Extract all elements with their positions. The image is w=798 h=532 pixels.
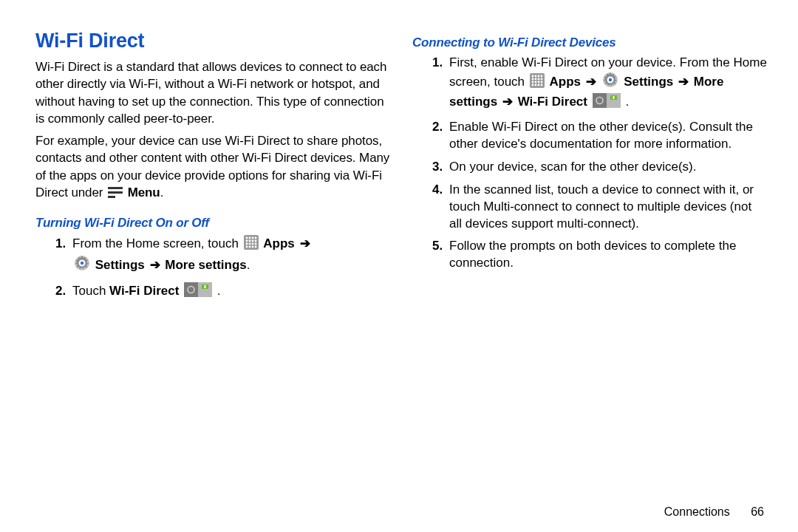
step-b2: Enable Wi-Fi Direct on the other device(… — [446, 119, 767, 153]
toggle-icon — [593, 93, 621, 113]
svg-rect-3 — [244, 235, 259, 250]
svg-rect-0 — [108, 187, 123, 189]
svg-rect-23 — [184, 282, 198, 297]
svg-point-34 — [534, 78, 536, 81]
svg-point-19 — [254, 245, 256, 248]
svg-point-30 — [534, 75, 536, 78]
step-a1: From the Home screen, touch — [69, 235, 390, 276]
svg-point-38 — [534, 81, 536, 83]
svg-point-42 — [534, 84, 536, 86]
svg-point-40 — [540, 81, 542, 83]
two-column-layout: Wi-Fi Direct Wi-Fi Direct is a standard … — [35, 28, 767, 498]
svg-point-39 — [537, 81, 539, 83]
svg-rect-1 — [108, 191, 123, 194]
connecting-steps: First, enable Wi-Fi Direct on your devic… — [412, 55, 767, 272]
svg-point-6 — [251, 236, 253, 239]
step-b5: Follow the prompts on both devices to co… — [446, 238, 767, 272]
svg-point-47 — [609, 78, 612, 81]
svg-point-32 — [540, 75, 542, 78]
svg-point-43 — [537, 84, 539, 86]
svg-point-5 — [248, 236, 250, 239]
step-b3: On your device, scan for the other devic… — [446, 159, 767, 176]
svg-rect-48 — [593, 93, 607, 108]
svg-point-29 — [531, 75, 533, 78]
left-column: Wi-Fi Direct Wi-Fi Direct is a standard … — [35, 28, 390, 498]
svg-point-16 — [245, 245, 248, 248]
svg-point-12 — [245, 242, 248, 245]
menu-icon — [108, 186, 123, 203]
right-column: Connecting to Wi-Fi Direct Devices First… — [412, 28, 767, 498]
toggle-icon — [184, 282, 212, 302]
intro-paragraph-1: Wi-Fi Direct is a standard that allows d… — [35, 58, 390, 128]
settings-icon — [602, 72, 618, 93]
arrow-icon: ➔ — [150, 257, 160, 274]
svg-rect-27 — [205, 285, 206, 288]
svg-point-41 — [531, 84, 533, 86]
page-footer: Connections 66 — [35, 498, 767, 519]
step-b4: In the scanned list, touch a device to c… — [446, 182, 767, 233]
svg-point-22 — [81, 261, 83, 264]
svg-point-17 — [248, 245, 250, 248]
apps-icon — [244, 235, 259, 255]
svg-point-18 — [251, 245, 253, 248]
svg-point-4 — [245, 236, 248, 239]
settings-icon — [74, 255, 90, 276]
svg-rect-52 — [613, 96, 614, 99]
a2-text: Touch — [72, 284, 109, 298]
manual-page: Wi-Fi Direct Wi-Fi Direct is a standard … — [0, 0, 798, 532]
apps-label: Apps — [550, 75, 582, 89]
turning-steps: From the Home screen, touch — [35, 235, 390, 302]
subhead-connecting: Connecting to Wi-Fi Direct Devices — [412, 35, 767, 50]
svg-point-14 — [251, 242, 253, 245]
svg-point-37 — [531, 81, 533, 83]
arrow-icon: ➔ — [502, 94, 513, 111]
svg-point-13 — [248, 242, 250, 245]
step-a2: Touch Wi-Fi Direct . — [69, 282, 390, 302]
menu-label: Menu — [128, 185, 160, 200]
svg-rect-28 — [530, 73, 545, 88]
step-b1: First, enable Wi-Fi Direct on your devic… — [446, 55, 767, 113]
page-title: Wi-Fi Direct — [35, 30, 390, 52]
svg-point-33 — [531, 78, 533, 81]
subhead-turning: Turning Wi-Fi Direct On or Off — [35, 216, 390, 231]
svg-point-8 — [245, 239, 248, 242]
more-settings-label: More settings — [165, 258, 247, 272]
intro-paragraph-2: For example, your device can use Wi-Fi D… — [35, 132, 390, 204]
svg-rect-2 — [108, 196, 115, 198]
arrow-icon: ➔ — [586, 74, 596, 91]
svg-point-31 — [537, 75, 539, 78]
arrow-icon: ➔ — [678, 74, 689, 91]
wifi-direct-label: Wi-Fi Direct — [518, 95, 587, 109]
svg-point-9 — [248, 239, 250, 242]
apps-icon — [530, 73, 545, 93]
apps-label: Apps — [263, 236, 295, 250]
settings-label: Settings — [624, 75, 673, 89]
intro-2-text: For example, your device can use Wi-Fi D… — [35, 134, 389, 200]
svg-point-7 — [254, 236, 256, 239]
footer-page-number: 66 — [751, 505, 764, 518]
arrow-icon: ➔ — [300, 236, 310, 253]
wifi-direct-label: Wi-Fi Direct — [109, 284, 179, 298]
footer-section: Connections — [664, 505, 730, 518]
svg-point-44 — [540, 84, 542, 86]
svg-point-11 — [254, 239, 256, 242]
svg-point-15 — [254, 242, 256, 245]
svg-point-10 — [251, 239, 253, 242]
svg-point-35 — [537, 78, 539, 81]
settings-label: Settings — [95, 258, 145, 272]
a1-text: From the Home screen, touch — [72, 236, 242, 250]
svg-point-36 — [540, 78, 542, 81]
